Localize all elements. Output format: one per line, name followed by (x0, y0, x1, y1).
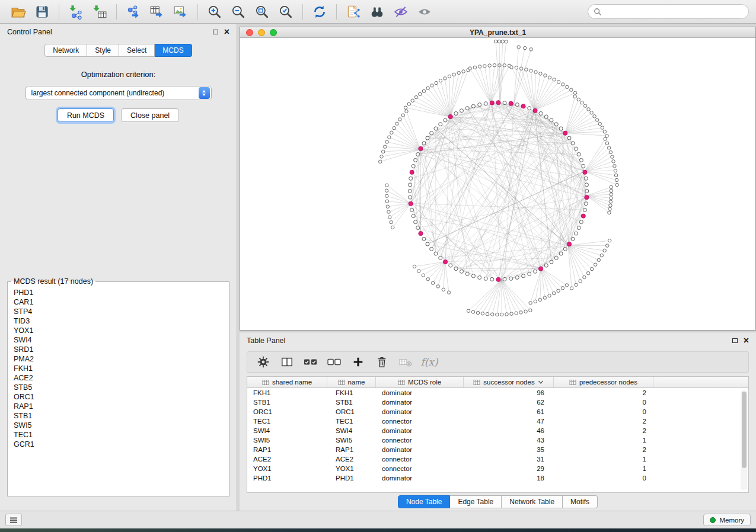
select-all-button[interactable] (302, 354, 320, 370)
cell-name[interactable]: SWI4 (327, 427, 376, 434)
cell-successor-nodes[interactable]: 31 (464, 456, 554, 463)
mcds-result-item[interactable]: STB5 (8, 383, 229, 392)
tab-motifs[interactable]: Motifs (563, 495, 598, 508)
mcds-result-item[interactable]: YOX1 (8, 326, 229, 335)
cell-predecessor-nodes[interactable]: 0 (554, 408, 653, 415)
function-builder-button[interactable]: f(x) (420, 354, 438, 370)
search-input[interactable] (605, 8, 743, 16)
tab-network[interactable]: Network (44, 44, 87, 57)
cell-name[interactable]: YOX1 (327, 465, 376, 472)
cell-shared-name[interactable]: RAP1 (247, 446, 327, 453)
cell-successor-nodes[interactable]: 62 (464, 399, 554, 406)
cell-predecessor-nodes[interactable]: 1 (554, 437, 653, 444)
table-row[interactable]: ACE2ACE2connector311 (247, 454, 748, 464)
cell-mcds-role[interactable]: dominator (376, 399, 464, 406)
export-table-button[interactable] (146, 2, 168, 21)
cell-shared-name[interactable]: FKH1 (247, 389, 327, 396)
cell-shared-name[interactable]: PHD1 (247, 475, 327, 482)
cell-name[interactable]: PHD1 (327, 475, 376, 482)
cell-predecessor-nodes[interactable]: 0 (554, 399, 653, 406)
cell-shared-name[interactable]: ACE2 (247, 456, 327, 463)
close-panel-button[interactable]: × (224, 29, 229, 35)
tab-node-table[interactable]: Node Table (398, 495, 451, 508)
binoculars-button[interactable] (366, 2, 388, 21)
cell-name[interactable]: ORC1 (327, 408, 376, 415)
mcds-result-item[interactable]: TEC1 (8, 430, 229, 440)
maximize-window-button[interactable] (270, 29, 277, 36)
zoom-selected-button[interactable] (275, 2, 297, 21)
close-table-panel-button[interactable]: × (744, 338, 749, 344)
cell-predecessor-nodes[interactable]: 0 (554, 475, 653, 482)
cell-shared-name[interactable]: YOX1 (247, 465, 327, 472)
zoom-out-button[interactable] (227, 2, 250, 21)
cell-successor-nodes[interactable]: 18 (464, 475, 554, 482)
mcds-result-item[interactable]: SWI5 (8, 421, 229, 430)
zoom-in-button[interactable] (203, 2, 226, 21)
cell-shared-name[interactable]: SWI4 (247, 427, 327, 434)
cell-mcds-role[interactable]: connector (376, 465, 464, 472)
mcds-result-item[interactable]: CAR1 (8, 297, 229, 307)
mcds-result-item[interactable]: STB1 (8, 411, 229, 421)
table-scrollbar[interactable] (741, 390, 747, 490)
import-network-button[interactable] (65, 2, 87, 21)
cell-mcds-role[interactable]: dominator (376, 427, 464, 434)
scrollbar-thumb[interactable] (742, 392, 747, 467)
table-row[interactable]: SWI5SWI5connector431 (247, 435, 748, 445)
cell-successor-nodes[interactable]: 35 (464, 446, 554, 453)
cell-successor-nodes[interactable]: 46 (464, 427, 554, 434)
table-row[interactable]: FKH1FKH1dominator962 (247, 388, 748, 398)
close-panel-action-button[interactable]: Close panel (121, 108, 179, 122)
mcds-result-item[interactable]: SWI4 (8, 335, 229, 345)
column-header-mcds-role[interactable]: MCDS role (376, 377, 464, 387)
delete-column-button[interactable] (373, 354, 391, 370)
cell-shared-name[interactable]: TEC1 (247, 418, 327, 425)
eye-button[interactable] (413, 2, 436, 21)
cell-predecessor-nodes[interactable]: 2 (554, 418, 653, 425)
mcds-result-item[interactable]: PMA2 (8, 354, 229, 364)
cell-mcds-role[interactable]: connector (376, 437, 464, 444)
delete-table-button-disabled[interactable] (397, 354, 414, 370)
share-document-button[interactable] (342, 2, 365, 21)
tab-edge-table[interactable]: Edge Table (450, 495, 502, 508)
mcds-result-item[interactable]: STP4 (8, 307, 229, 316)
cell-name[interactable]: FKH1 (327, 389, 376, 396)
cell-shared-name[interactable]: SWI5 (247, 437, 327, 444)
cell-mcds-role[interactable]: dominator (376, 475, 464, 482)
cell-predecessor-nodes[interactable]: 1 (554, 465, 653, 472)
mcds-result-item[interactable]: GCR1 (8, 440, 229, 449)
tab-network-table[interactable]: Network Table (502, 495, 563, 508)
column-header-shared-name[interactable]: shared name (247, 377, 327, 387)
table-row[interactable]: RAP1RAP1dominator352 (247, 445, 748, 454)
save-button[interactable] (31, 2, 53, 21)
mcds-result-item[interactable]: FKH1 (8, 364, 229, 373)
table-row[interactable]: ORC1ORC1dominator610 (247, 407, 748, 416)
close-window-button[interactable] (246, 29, 253, 36)
open-button[interactable] (7, 2, 30, 21)
memory-button[interactable]: Memory (703, 514, 751, 526)
refresh-button[interactable] (308, 2, 331, 21)
cell-successor-nodes[interactable]: 47 (464, 418, 554, 425)
mcds-result-item[interactable]: ACE2 (8, 373, 229, 383)
cell-predecessor-nodes[interactable]: 2 (554, 389, 653, 396)
cell-mcds-role[interactable]: connector (376, 418, 464, 425)
cell-predecessor-nodes[interactable]: 1 (554, 456, 653, 463)
mcds-result-item[interactable]: TID3 (8, 316, 229, 326)
table-settings-button[interactable] (254, 354, 272, 370)
column-header-successor-nodes[interactable]: successor nodes (464, 377, 554, 387)
cell-mcds-role[interactable]: dominator (376, 408, 464, 415)
deselect-all-button[interactable] (326, 354, 343, 370)
cell-successor-nodes[interactable]: 96 (464, 389, 554, 396)
panel-menu-button[interactable] (5, 514, 22, 526)
cell-predecessor-nodes[interactable]: 2 (554, 446, 653, 453)
table-row[interactable]: TEC1TEC1connector472 (247, 416, 748, 426)
cell-name[interactable]: ACE2 (327, 456, 376, 463)
cell-mcds-role[interactable]: dominator (376, 446, 464, 453)
tab-mcds[interactable]: MCDS (155, 44, 192, 57)
column-header-predecessor-nodes[interactable]: predecessor nodes (554, 377, 653, 387)
run-mcds-button[interactable]: Run MCDS (58, 108, 114, 122)
mcds-result-item[interactable]: RAP1 (8, 402, 229, 411)
cell-successor-nodes[interactable]: 61 (464, 408, 554, 415)
cell-name[interactable]: TEC1 (327, 418, 376, 425)
import-table-button[interactable] (88, 2, 111, 21)
mcds-result-item[interactable]: SRD1 (8, 345, 229, 354)
